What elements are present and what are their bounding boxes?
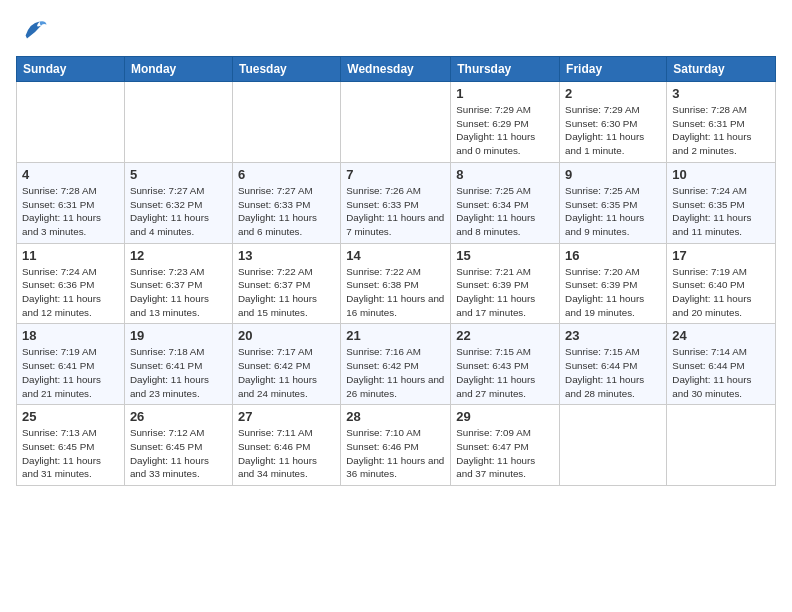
day-info: Sunrise: 7:22 AM Sunset: 6:37 PM Dayligh… [238,265,335,320]
day-number: 15 [456,248,554,263]
col-header-tuesday: Tuesday [232,57,340,82]
calendar-week-row: 18Sunrise: 7:19 AM Sunset: 6:41 PM Dayli… [17,324,776,405]
day-info: Sunrise: 7:13 AM Sunset: 6:45 PM Dayligh… [22,426,119,481]
calendar-cell: 1Sunrise: 7:29 AM Sunset: 6:29 PM Daylig… [451,82,560,163]
day-info: Sunrise: 7:25 AM Sunset: 6:35 PM Dayligh… [565,184,661,239]
day-info: Sunrise: 7:12 AM Sunset: 6:45 PM Dayligh… [130,426,227,481]
calendar-cell: 6Sunrise: 7:27 AM Sunset: 6:33 PM Daylig… [232,162,340,243]
day-number: 29 [456,409,554,424]
calendar-week-row: 11Sunrise: 7:24 AM Sunset: 6:36 PM Dayli… [17,243,776,324]
day-info: Sunrise: 7:24 AM Sunset: 6:35 PM Dayligh… [672,184,770,239]
calendar-cell: 18Sunrise: 7:19 AM Sunset: 6:41 PM Dayli… [17,324,125,405]
day-number: 24 [672,328,770,343]
calendar-cell [560,405,667,486]
calendar-cell: 16Sunrise: 7:20 AM Sunset: 6:39 PM Dayli… [560,243,667,324]
day-number: 16 [565,248,661,263]
day-info: Sunrise: 7:11 AM Sunset: 6:46 PM Dayligh… [238,426,335,481]
calendar-cell: 26Sunrise: 7:12 AM Sunset: 6:45 PM Dayli… [124,405,232,486]
day-number: 4 [22,167,119,182]
day-info: Sunrise: 7:28 AM Sunset: 6:31 PM Dayligh… [672,103,770,158]
calendar-table: SundayMondayTuesdayWednesdayThursdayFrid… [16,56,776,486]
day-info: Sunrise: 7:19 AM Sunset: 6:41 PM Dayligh… [22,345,119,400]
col-header-thursday: Thursday [451,57,560,82]
day-number: 14 [346,248,445,263]
col-header-wednesday: Wednesday [341,57,451,82]
calendar-cell [17,82,125,163]
calendar-cell: 9Sunrise: 7:25 AM Sunset: 6:35 PM Daylig… [560,162,667,243]
col-header-saturday: Saturday [667,57,776,82]
day-info: Sunrise: 7:15 AM Sunset: 6:43 PM Dayligh… [456,345,554,400]
calendar-cell: 5Sunrise: 7:27 AM Sunset: 6:32 PM Daylig… [124,162,232,243]
day-info: Sunrise: 7:25 AM Sunset: 6:34 PM Dayligh… [456,184,554,239]
logo-bird-icon [20,16,48,44]
day-number: 1 [456,86,554,101]
day-number: 20 [238,328,335,343]
calendar-cell: 3Sunrise: 7:28 AM Sunset: 6:31 PM Daylig… [667,82,776,163]
day-info: Sunrise: 7:15 AM Sunset: 6:44 PM Dayligh… [565,345,661,400]
day-info: Sunrise: 7:26 AM Sunset: 6:33 PM Dayligh… [346,184,445,239]
day-number: 21 [346,328,445,343]
day-number: 27 [238,409,335,424]
day-number: 11 [22,248,119,263]
calendar-cell: 19Sunrise: 7:18 AM Sunset: 6:41 PM Dayli… [124,324,232,405]
calendar-cell [232,82,340,163]
col-header-monday: Monday [124,57,232,82]
day-number: 19 [130,328,227,343]
day-info: Sunrise: 7:24 AM Sunset: 6:36 PM Dayligh… [22,265,119,320]
calendar-week-row: 25Sunrise: 7:13 AM Sunset: 6:45 PM Dayli… [17,405,776,486]
day-number: 17 [672,248,770,263]
calendar-cell: 8Sunrise: 7:25 AM Sunset: 6:34 PM Daylig… [451,162,560,243]
calendar-cell: 24Sunrise: 7:14 AM Sunset: 6:44 PM Dayli… [667,324,776,405]
calendar-cell [667,405,776,486]
calendar-cell: 28Sunrise: 7:10 AM Sunset: 6:46 PM Dayli… [341,405,451,486]
calendar-week-row: 1Sunrise: 7:29 AM Sunset: 6:29 PM Daylig… [17,82,776,163]
calendar-cell: 11Sunrise: 7:24 AM Sunset: 6:36 PM Dayli… [17,243,125,324]
day-info: Sunrise: 7:29 AM Sunset: 6:30 PM Dayligh… [565,103,661,158]
calendar-cell: 29Sunrise: 7:09 AM Sunset: 6:47 PM Dayli… [451,405,560,486]
calendar-week-row: 4Sunrise: 7:28 AM Sunset: 6:31 PM Daylig… [17,162,776,243]
day-number: 13 [238,248,335,263]
calendar-cell [124,82,232,163]
day-number: 23 [565,328,661,343]
day-info: Sunrise: 7:09 AM Sunset: 6:47 PM Dayligh… [456,426,554,481]
day-info: Sunrise: 7:10 AM Sunset: 6:46 PM Dayligh… [346,426,445,481]
calendar-cell: 7Sunrise: 7:26 AM Sunset: 6:33 PM Daylig… [341,162,451,243]
calendar-cell: 14Sunrise: 7:22 AM Sunset: 6:38 PM Dayli… [341,243,451,324]
day-number: 22 [456,328,554,343]
day-info: Sunrise: 7:28 AM Sunset: 6:31 PM Dayligh… [22,184,119,239]
calendar-cell: 2Sunrise: 7:29 AM Sunset: 6:30 PM Daylig… [560,82,667,163]
calendar-cell: 20Sunrise: 7:17 AM Sunset: 6:42 PM Dayli… [232,324,340,405]
day-number: 7 [346,167,445,182]
day-number: 5 [130,167,227,182]
day-info: Sunrise: 7:18 AM Sunset: 6:41 PM Dayligh… [130,345,227,400]
day-number: 28 [346,409,445,424]
day-info: Sunrise: 7:27 AM Sunset: 6:32 PM Dayligh… [130,184,227,239]
day-number: 26 [130,409,227,424]
page-header [16,16,776,44]
calendar-cell [341,82,451,163]
day-number: 12 [130,248,227,263]
calendar-cell: 23Sunrise: 7:15 AM Sunset: 6:44 PM Dayli… [560,324,667,405]
day-number: 10 [672,167,770,182]
calendar-cell: 22Sunrise: 7:15 AM Sunset: 6:43 PM Dayli… [451,324,560,405]
calendar-cell: 12Sunrise: 7:23 AM Sunset: 6:37 PM Dayli… [124,243,232,324]
day-info: Sunrise: 7:20 AM Sunset: 6:39 PM Dayligh… [565,265,661,320]
day-info: Sunrise: 7:19 AM Sunset: 6:40 PM Dayligh… [672,265,770,320]
day-info: Sunrise: 7:17 AM Sunset: 6:42 PM Dayligh… [238,345,335,400]
day-info: Sunrise: 7:21 AM Sunset: 6:39 PM Dayligh… [456,265,554,320]
day-info: Sunrise: 7:16 AM Sunset: 6:42 PM Dayligh… [346,345,445,400]
calendar-cell: 27Sunrise: 7:11 AM Sunset: 6:46 PM Dayli… [232,405,340,486]
col-header-sunday: Sunday [17,57,125,82]
day-number: 25 [22,409,119,424]
day-info: Sunrise: 7:22 AM Sunset: 6:38 PM Dayligh… [346,265,445,320]
day-info: Sunrise: 7:23 AM Sunset: 6:37 PM Dayligh… [130,265,227,320]
logo [16,16,48,44]
calendar-cell: 15Sunrise: 7:21 AM Sunset: 6:39 PM Dayli… [451,243,560,324]
day-number: 8 [456,167,554,182]
day-number: 2 [565,86,661,101]
day-info: Sunrise: 7:27 AM Sunset: 6:33 PM Dayligh… [238,184,335,239]
day-number: 6 [238,167,335,182]
day-info: Sunrise: 7:29 AM Sunset: 6:29 PM Dayligh… [456,103,554,158]
calendar-cell: 25Sunrise: 7:13 AM Sunset: 6:45 PM Dayli… [17,405,125,486]
day-info: Sunrise: 7:14 AM Sunset: 6:44 PM Dayligh… [672,345,770,400]
